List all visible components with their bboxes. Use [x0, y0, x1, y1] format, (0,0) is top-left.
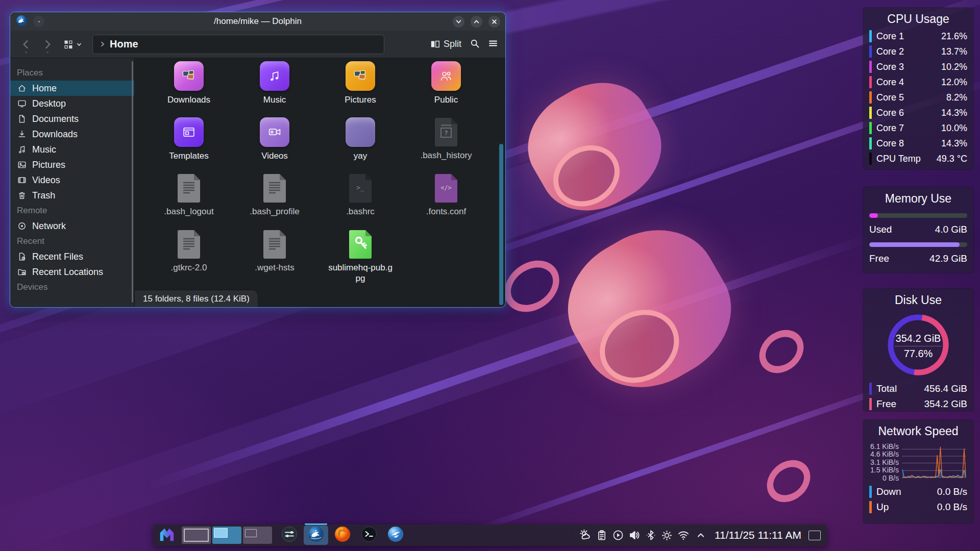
videos-folder-icon [260, 117, 289, 147]
sidebar-item-label: Pictures [32, 160, 65, 170]
back-button[interactable]: ⌄ [17, 35, 35, 54]
hamburger-menu-button[interactable] [488, 38, 498, 51]
tray-bluetooth-icon[interactable] [643, 528, 658, 543]
desktop-icon [17, 98, 27, 109]
expand-tray-button[interactable] [693, 528, 708, 543]
sidebar-section-header: Devices [10, 280, 134, 295]
metric-value: 13.7% [941, 46, 967, 57]
dolphin-app-icon[interactable] [15, 14, 28, 29]
window-titlebar[interactable]: /home/mike — Dolphin [10, 12, 505, 31]
file-item-wget-hsts[interactable]: .wget-hsts [232, 230, 317, 286]
forward-history-caret[interactable]: ⌄ [45, 48, 50, 54]
window-title: /home/mike — Dolphin [10, 16, 505, 27]
tray-clipboard-icon[interactable] [594, 528, 609, 543]
file-grid: DownloadsMusicPicturesPublicTemplatesVid… [135, 58, 505, 286]
tray-weather-icon[interactable] [578, 528, 593, 543]
app-launcher-button[interactable] [157, 525, 177, 545]
network-y-label: 4.6 KiB/s [865, 450, 899, 458]
taskbar-app-falkon[interactable] [383, 525, 408, 545]
metric-value: 354.2 GiB [924, 398, 968, 410]
sidebar-scrollbar[interactable] [132, 61, 133, 303]
show-desktop-button[interactable] [808, 531, 821, 540]
folder-item-public[interactable]: Public [403, 61, 489, 117]
taskbar-app-firefox[interactable] [330, 525, 355, 545]
folder-item-videos[interactable]: Videos [232, 117, 317, 173]
dolphin-window: /home/mike — Dolphin ⌄ ⌄ H [10, 12, 505, 307]
folder-item-templates[interactable]: Templates [146, 117, 232, 173]
legend-color-bar [869, 486, 872, 498]
virtual-desktop-1[interactable] [182, 527, 211, 544]
file-item-bash-logout[interactable]: .bash_logout [146, 173, 232, 230]
minimize-button[interactable] [453, 16, 464, 28]
file-item-fonts-conf[interactable]: </>.fonts.conf [403, 173, 489, 230]
close-button[interactable] [488, 16, 500, 28]
file-item-gtkrc-2-0[interactable]: .gtkrc-2.0 [146, 230, 232, 286]
cpu-usage-widget: CPU Usage Core 121.6%Core 213.7%Core 310… [863, 8, 973, 169]
sidebar-item-recent-locations[interactable]: Recent Locations [10, 264, 134, 280]
file-label: Downloads [167, 94, 210, 105]
tray-wifi-icon[interactable] [676, 528, 691, 543]
metric-value: 0.0 B/s [937, 502, 967, 513]
folder-item-music[interactable]: Music [232, 61, 317, 117]
folder-item-pictures[interactable]: Pictures [317, 61, 403, 117]
sidebar-item-pictures[interactable]: Pictures [10, 157, 134, 172]
file-item-bashrc[interactable]: >_.bashrc [317, 173, 403, 230]
breadcrumb-chevron-icon [99, 41, 106, 47]
tray-night-color-icon[interactable] [659, 528, 675, 543]
taskbar-app-dolphin[interactable] [304, 525, 328, 545]
free-row: Free42.9 GiB [863, 251, 973, 266]
folder-item-downloads[interactable]: Downloads [146, 61, 232, 117]
metric-label: Core 8 [876, 138, 904, 149]
search-button[interactable] [470, 38, 480, 51]
file-label: Public [434, 94, 458, 105]
fileview-scrollbar[interactable] [499, 144, 503, 305]
tray-volume-icon[interactable] [627, 528, 642, 543]
yay-folder-icon [346, 117, 375, 147]
clock[interactable]: 11/11/25 11:11 AM [710, 529, 805, 541]
taskbar-app-settings-sliders[interactable] [277, 525, 302, 545]
file-item-bash-history[interactable]: ?.bash_history [403, 117, 489, 173]
back-history-caret[interactable]: ⌄ [24, 48, 28, 54]
svg-text:</>: </> [440, 184, 452, 191]
file-view[interactable]: DownloadsMusicPicturesPublicTemplatesVid… [135, 58, 505, 307]
legend-color-bar [869, 107, 872, 119]
firefox-icon [334, 525, 351, 545]
sidebar-item-downloads[interactable]: Downloads [10, 127, 134, 142]
downloads-folder-icon [174, 61, 204, 91]
taskbar-app-konsole[interactable] [357, 525, 381, 545]
metric-label: Core 2 [876, 46, 904, 57]
file-item-bash-profile[interactable]: .bash_profile [232, 173, 317, 230]
metric-label: Core 4 [876, 77, 904, 88]
file-item-sublimehq-pub-gpg[interactable]: sublimehq-pub.gpg [317, 230, 403, 286]
network-y-label: 6.1 KiB/s [865, 443, 899, 450]
svg-text:?: ? [444, 129, 448, 137]
file-label: Videos [261, 151, 288, 161]
virtual-desktop-3[interactable] [243, 527, 272, 544]
disk-widget-title: Disk Use [863, 289, 973, 310]
breadcrumb[interactable]: Home [110, 38, 138, 50]
metric-label: CPU Temp [876, 154, 921, 164]
sidebar-item-trash[interactable]: Trash [10, 188, 134, 203]
metric-label: Total [876, 383, 897, 394]
music-icon [17, 144, 27, 155]
sidebar-item-desktop[interactable]: Desktop [10, 96, 134, 111]
forward-button[interactable]: ⌄ [39, 35, 56, 54]
sidebar-item-music[interactable]: Music [10, 142, 134, 157]
sidebar-item-recent-files[interactable]: Recent Files [10, 249, 134, 264]
metric-value: 42.9 GiB [929, 253, 967, 264]
pin-button[interactable] [33, 16, 44, 27]
folder-item-yay[interactable]: yay [317, 117, 403, 173]
virtual-desktop-2[interactable] [212, 527, 241, 544]
sidebar-item-documents[interactable]: Documents [10, 111, 134, 127]
used-row: Used4.0 GiB [863, 222, 973, 237]
disk-free-percent: 77.6% [904, 348, 933, 360]
location-bar[interactable]: Home [92, 35, 384, 54]
split-button[interactable]: Split [430, 39, 461, 49]
sidebar-item-home[interactable]: Home [10, 81, 134, 96]
view-mode-button[interactable] [63, 39, 82, 49]
tray-media-player-icon[interactable] [610, 528, 626, 543]
maximize-button[interactable] [471, 16, 482, 28]
wallpaper-ring [754, 322, 808, 380]
sidebar-item-videos[interactable]: Videos [10, 172, 134, 188]
sidebar-item-network[interactable]: Network [10, 218, 134, 234]
